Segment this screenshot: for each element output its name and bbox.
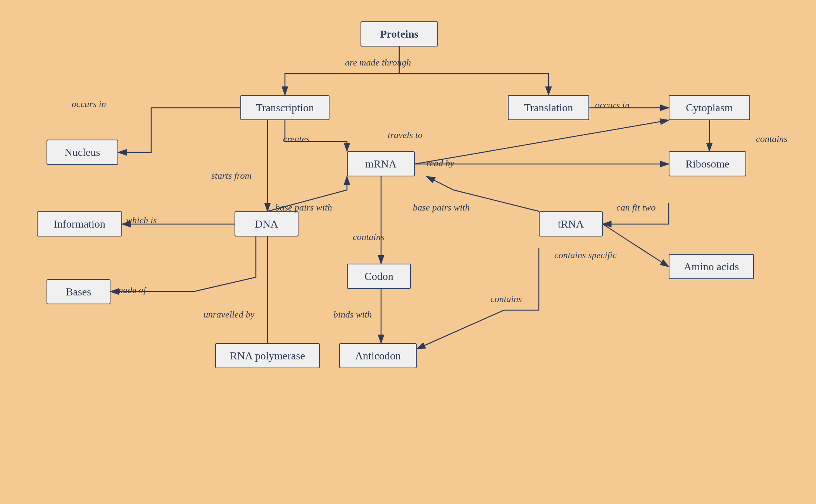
label-creates: creates — [283, 134, 309, 144]
label-occurs-in-left: occurs in — [72, 99, 106, 109]
label-can-fit-two: can fit two — [616, 202, 656, 213]
node-trna: tRNA — [539, 211, 603, 236]
node-transcription: Transcription — [240, 95, 330, 120]
node-cytoplasm: Cytoplasm — [669, 95, 750, 120]
node-nucleus: Nucleus — [47, 140, 118, 165]
node-anticodon: Anticodon — [339, 343, 417, 368]
node-mrna: mRNA — [347, 151, 415, 176]
node-proteins: Proteins — [361, 21, 438, 47]
label-travels-to: travels to — [388, 130, 423, 140]
label-binds-with: binds with — [333, 309, 372, 320]
node-translation: Translation — [508, 95, 589, 120]
concept-map: Proteins Transcription Translation Cytop… — [0, 0, 816, 504]
label-contains-codon: contains — [353, 232, 384, 242]
node-codon: Codon — [347, 264, 411, 289]
node-dna: DNA — [235, 211, 298, 236]
label-starts-from: starts from — [211, 171, 252, 181]
node-rna-polymerase: RNA polymerase — [215, 343, 320, 368]
node-amino-acids: Amino acids — [669, 254, 754, 279]
label-contains-trna: contains — [490, 294, 522, 304]
label-unravelled-by: unravelled by — [204, 309, 254, 320]
label-made-of: made of — [116, 285, 146, 295]
label-contains-cyto: contains — [756, 134, 787, 144]
label-which-is: which is — [126, 215, 157, 226]
label-read-by: read by — [426, 158, 454, 169]
label-are-made-through: are made through — [345, 57, 411, 68]
node-bases: Bases — [47, 279, 110, 304]
node-ribosome: Ribosome — [669, 151, 746, 176]
label-contains-specific: contains specific — [554, 250, 617, 261]
node-information: Information — [37, 211, 122, 236]
arrows-svg — [0, 0, 816, 504]
label-occurs-in-right: occurs in — [595, 100, 630, 110]
label-base-pairs-right: base pairs with — [413, 202, 470, 213]
label-base-pairs-left: base pairs with — [275, 202, 332, 213]
